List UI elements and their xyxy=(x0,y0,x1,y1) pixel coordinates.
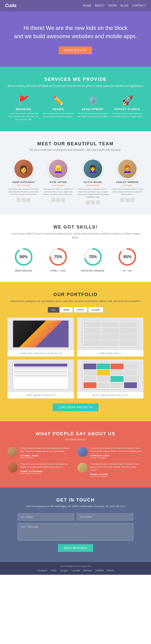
testimonial-quote-3: "Vivamus luctus urna sed urna ultricies … xyxy=(20,463,73,469)
social-fb4-icon[interactable] xyxy=(120,198,124,202)
testimonial-quote-1: "Nullam dapibus blandit orci, viverra gr… xyxy=(20,447,73,453)
testimonial-avatar-2 xyxy=(78,447,88,457)
skill-web-design: 90% WEB DESIGN xyxy=(8,247,40,272)
social-tw4-icon[interactable] xyxy=(125,198,129,202)
social-tw-icon[interactable] xyxy=(22,198,26,202)
rocket-icon: 🚀 xyxy=(111,95,144,106)
service-design: ✏️ DESIGN Sed ut perspiciatis unde omnis… xyxy=(42,95,74,121)
testimonial-3: "Vivamus luctus urna sed urna ultricies … xyxy=(8,463,73,477)
member-3-bio: Nemo enim ipsam voluptas ut esse in aspe… xyxy=(77,188,109,198)
service-design-desc: Sed ut perspiciatis unde omnis iste natu… xyxy=(42,112,74,118)
email-input[interactable] xyxy=(77,513,133,521)
portfolio-item-4: BLOG / MAGAZINE FLAT UI KIT xyxy=(77,360,143,398)
filter-web[interactable]: WEB xyxy=(60,307,73,313)
member-2-bio: Duis aute irure dolor in in culpabilit e… xyxy=(42,188,74,196)
portfolio-mockup-2 xyxy=(77,318,143,350)
service-development-title: DEVELOPMENT xyxy=(77,108,109,111)
message-input[interactable] xyxy=(18,523,133,541)
testimonials-title: WHAT POEPLE SAY ABOUT US xyxy=(8,431,143,437)
avatar-kate: 👱‍♀️ xyxy=(48,159,68,179)
social-tw2-icon[interactable] xyxy=(56,198,60,202)
footer-facebook[interactable]: Facebook xyxy=(37,569,47,572)
design-icon: ✏️ xyxy=(42,95,74,106)
member-3-social xyxy=(77,200,109,204)
avatar-olivia: 👩‍🦱 xyxy=(83,159,103,179)
nav-contact[interactable]: CONTACT xyxy=(132,4,146,7)
name-input[interactable] xyxy=(18,513,74,521)
skill-label-3: GRAPHIC DESIGN xyxy=(77,269,109,272)
filter-icons[interactable]: ICONS xyxy=(88,307,103,313)
testimonial-name-3: ANNE HATHAWAY xyxy=(20,470,73,473)
portfolio-item-1: ISOMETRIC PERSPECTIVE MOCK-UP xyxy=(8,318,74,356)
social-fb-icon[interactable] xyxy=(17,198,21,202)
nav-blog[interactable]: BLOG xyxy=(121,4,129,7)
skill-label-1: WEB DESIGN xyxy=(8,269,40,272)
testimonial-4: "Phasellus non purus vel arcu tempor com… xyxy=(78,463,143,477)
services-subtitle: We are working with both individuals and… xyxy=(8,84,143,88)
form-row-1 xyxy=(18,513,133,521)
member-3-name: OLIVIA WILDE xyxy=(77,181,109,183)
portfolio-subtitle: Neque porro quisquam est, qui dolorem ip… xyxy=(8,299,143,303)
service-branding: 🚩 BRANDING Lorem ipsum dolor sit amet, s… xyxy=(8,95,40,121)
service-branding-title: BRANDING xyxy=(8,108,40,111)
avatar-anne-placeholder: 👩 xyxy=(14,160,33,178)
footer-links: Facebook Twitter Google+ LinkedIn Behanc… xyxy=(5,569,146,572)
testimonials-grid: "Nullam dapibus blandit orci, viverra gr… xyxy=(8,447,143,477)
skill-value-4: 85% xyxy=(123,255,131,259)
social-li-icon[interactable] xyxy=(27,198,31,202)
load-more-button[interactable]: LOAD MORE PROJECTS xyxy=(53,403,98,411)
social-fb3-icon[interactable] xyxy=(86,200,90,204)
screen-content-blog xyxy=(83,363,138,389)
testimonial-2: "Vivamus luctus urna sed urna ultricies … xyxy=(78,447,143,459)
footer-url: www.heritagechristiancollege.com xyxy=(5,565,146,567)
hero-cta-button[interactable]: WORK WITH US xyxy=(59,46,92,54)
social-li3-icon[interactable] xyxy=(96,200,100,204)
nav-about[interactable]: ABOUT xyxy=(95,4,105,7)
footer-linkedin[interactable]: LinkedIn xyxy=(72,569,80,572)
team-section: MEET OUR BEAUTIFUL TEAM We are a small t… xyxy=(0,131,151,214)
service-development: ⚙️ DEVELOPMENT At vero eos et accusamus … xyxy=(77,95,109,121)
footer-googleplus[interactable]: Google+ xyxy=(60,569,68,572)
portfolio-screen-2 xyxy=(82,320,138,348)
social-li2-icon[interactable] xyxy=(61,198,65,202)
skill-value-3: 70% xyxy=(89,255,97,259)
filter-apps[interactable]: APPS xyxy=(74,307,87,313)
services-grid: 🚩 BRANDING Lorem ipsum dolor sit amet, s… xyxy=(8,95,143,121)
testimonial-avatar-3 xyxy=(8,463,18,473)
footer-dribbble[interactable]: Dribbble xyxy=(95,569,104,572)
portfolio-grid: ISOMETRIC PERSPECTIVE MOCK-UP TIME ZONE … xyxy=(8,318,143,398)
testimonial-avatar-1 xyxy=(8,447,18,457)
nav-work[interactable]: WORK xyxy=(108,4,117,7)
testimonial-quote-2: "Vivamus luctus urna sed urna ultricies … xyxy=(90,447,143,453)
testimonial-role-3: Lead Designer at Behance xyxy=(20,473,73,474)
avatar-olivia-placeholder: 👩‍🦱 xyxy=(84,160,102,178)
skill-value-2: 75% xyxy=(54,255,62,259)
skill-label-2: HTML / CSS xyxy=(42,269,74,272)
testimonial-role-2: Founder of Instagram xyxy=(90,457,143,459)
contact-form: SEND MESSAGE xyxy=(18,513,133,552)
nav-home[interactable]: HOME xyxy=(83,4,91,7)
member-1-role: CEO / Founder xyxy=(8,184,40,186)
team-subtitle: We are a small team of designers and dev… xyxy=(8,149,143,151)
member-1-bio: Lorem ipsum dolor sit amet, consectetur … xyxy=(8,188,40,196)
development-icon: ⚙️ xyxy=(77,95,109,106)
footer-twitter[interactable]: Twitter xyxy=(50,569,57,572)
social-li4-icon[interactable] xyxy=(130,198,134,202)
testimonial-content-4: "Phasellus non purus vel arcu tempor com… xyxy=(90,463,143,477)
service-branding-desc: Lorem ipsum dolor sit amet, sed dam nunu… xyxy=(8,112,40,121)
hero-section: Hi there! We are the new kids on the blo… xyxy=(0,11,151,67)
skill-label-4: UI / UX xyxy=(111,269,144,272)
footer-behance[interactable]: Behance xyxy=(83,569,92,572)
member-4-social xyxy=(111,198,144,202)
portfolio-mockup-4 xyxy=(77,360,143,392)
social-tw3-icon[interactable] xyxy=(91,200,95,204)
filter-all[interactable]: ALL xyxy=(48,307,59,313)
skill-chart-2: 75% xyxy=(48,247,68,267)
member-2-name: KATE UPTON xyxy=(42,181,74,183)
social-fb2-icon[interactable] xyxy=(51,198,55,202)
skill-graphic-design: 70% GRAPHIC DESIGN xyxy=(77,247,109,272)
footer-github[interactable]: GitHub xyxy=(107,569,114,572)
testimonial-quote-4: "Phasellus non purus vel arcu tempor com… xyxy=(90,463,143,472)
portfolio-mockup-3 xyxy=(8,360,74,392)
send-button[interactable]: SEND MESSAGE xyxy=(58,544,93,552)
